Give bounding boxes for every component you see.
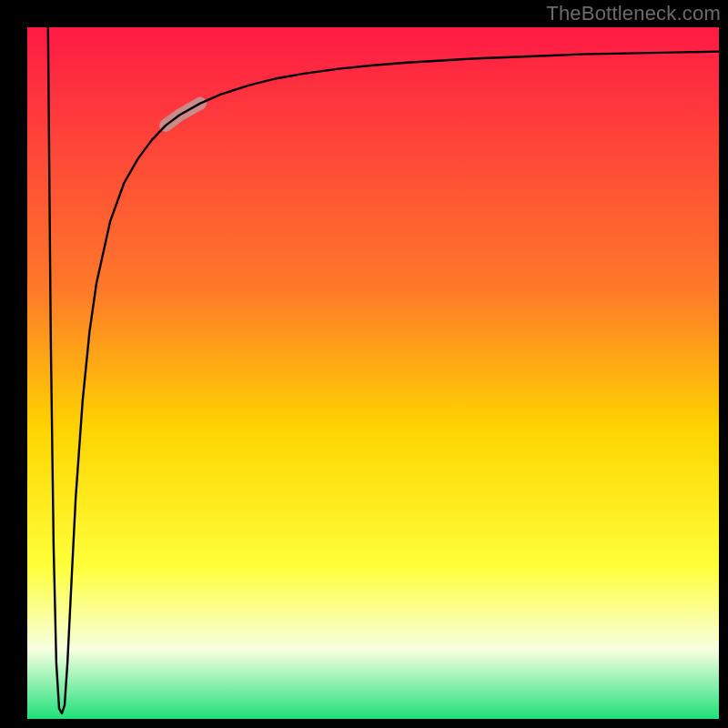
plot-background bbox=[27, 27, 719, 719]
watermark-text: TheBottleneck.com bbox=[546, 2, 721, 25]
chart-frame: TheBottleneck.com bbox=[0, 0, 728, 728]
bottleneck-chart bbox=[0, 0, 728, 728]
